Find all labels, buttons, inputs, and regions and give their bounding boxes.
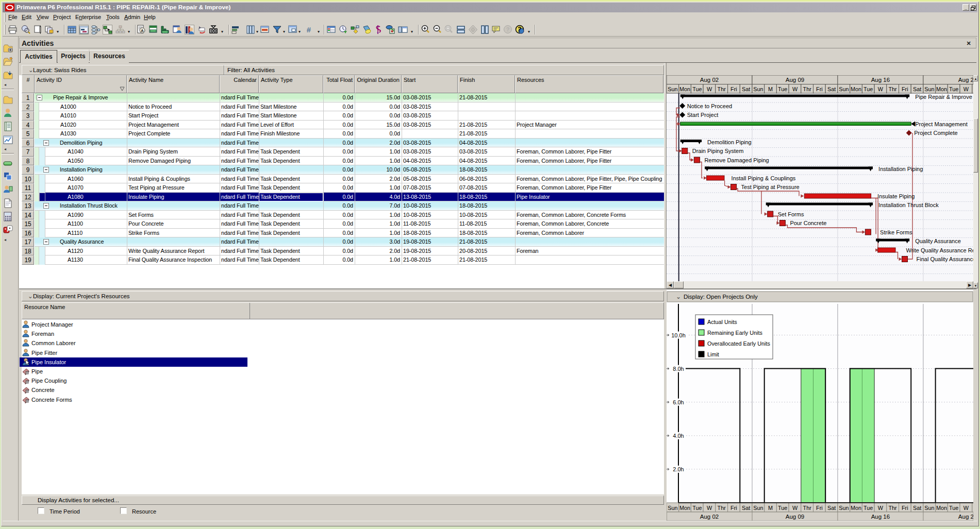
svg-text:W: W [707,86,712,92]
svg-text:W: W [878,86,884,92]
svg-text:Aug 2: Aug 2 [958,77,973,83]
svg-text:Insulate Piping: Insulate Piping [877,193,915,199]
svg-text:Tue: Tue [778,86,787,92]
svg-text:W: W [964,505,969,511]
svg-text:Sat: Sat [827,505,836,511]
svg-text:R: R [26,399,28,402]
svg-text:4.0h: 4.0h [673,433,684,439]
svg-text:Final Quality Assurance I: Final Quality Assurance I [917,256,974,262]
svg-text:10.0h: 10.0h [671,332,686,338]
svg-text:Sat: Sat [742,505,750,511]
svg-text:Aug 16: Aug 16 [871,514,890,520]
svg-text:Tue: Tue [949,505,958,511]
svg-text:W: W [964,86,969,92]
svg-text:Thr: Thr [718,86,726,92]
svg-text:?: ? [518,26,521,33]
svg-text:Set Forms: Set Forms [778,211,804,217]
svg-text:Tue: Tue [778,505,787,511]
svg-text:Mon: Mon [936,86,947,92]
svg-text:Sun: Sun [753,505,763,511]
svg-text:Mon: Mon [851,86,861,92]
svg-text:R: R [26,390,28,393]
svg-text:Project Management: Project Management [915,121,968,127]
svg-text:Tue: Tue [863,86,873,92]
svg-text:Fri: Fri [816,505,823,511]
svg-text:Tue: Tue [949,86,958,92]
svg-text:Demolition Piping: Demolition Piping [707,139,752,145]
svg-text:Tue: Tue [692,505,702,511]
svg-text:Start Project: Start Project [687,112,719,118]
svg-text:Sun: Sun [924,505,934,511]
svg-text:Install Piping & Couplings: Install Piping & Couplings [732,175,796,181]
svg-text:Strike Forms: Strike Forms [880,229,912,235]
svg-text:W: W [878,505,884,511]
svg-text:Mon: Mon [936,505,947,511]
svg-text:Sun: Sun [839,86,849,92]
svg-text:Tue: Tue [692,86,702,92]
svg-text:W: W [792,505,798,511]
svg-text:Sat: Sat [827,86,836,92]
svg-text:R: R [26,380,28,383]
svg-text:Aug 09: Aug 09 [786,77,804,83]
svg-text:Sun: Sun [668,505,677,511]
svg-text:Thr: Thr [888,86,897,92]
svg-text:Fri: Fri [816,86,823,92]
svg-text:Mon: Mon [679,505,690,511]
svg-text:Installation Piping: Installation Piping [878,166,923,172]
svg-text:Fri: Fri [730,505,737,511]
svg-text:Sat: Sat [913,86,921,92]
svg-text:Aug 09: Aug 09 [786,514,804,520]
svg-text:⌄: ⌄ [676,293,681,300]
svg-text:?: ? [506,26,510,32]
svg-text:Thr: Thr [803,86,812,92]
svg-text:Aug 02: Aug 02 [700,514,719,520]
svg-text:Actual Units: Actual Units [707,319,737,325]
svg-text:Mon: Mon [851,505,861,511]
svg-text:Limit: Limit [707,351,719,357]
svg-text:Thr: Thr [718,505,726,511]
svg-text:Test Piping at Pressure: Test Piping at Pressure [741,184,800,190]
svg-text:Remove Damaged Piping: Remove Damaged Piping [704,157,769,163]
svg-text:Sat: Sat [742,86,750,92]
svg-text:M: M [768,86,773,92]
svg-text:Notice to Proceed: Notice to Proceed [687,103,732,109]
svg-text:Thr: Thr [803,505,812,511]
svg-text:Remaining Early Units: Remaining Early Units [707,330,762,336]
svg-text:Fri: Fri [902,505,908,511]
svg-text:R: R [26,371,28,374]
svg-text:Sun: Sun [668,86,677,92]
svg-text:W: W [707,505,712,511]
svg-text:Drain Piping System: Drain Piping System [692,148,744,154]
svg-text:Aug 16: Aug 16 [871,77,890,83]
svg-text:Overallocated Early Units: Overallocated Early Units [707,340,770,347]
svg-text:6.0h: 6.0h [673,399,684,405]
svg-text:Fri: Fri [730,86,737,92]
svg-text:Sun: Sun [753,86,763,92]
svg-text:Write Quality Assurance Repo: Write Quality Assurance Repo [906,247,974,253]
svg-text:Tue: Tue [863,505,873,511]
svg-text:2.0h: 2.0h [673,466,684,472]
svg-text:Installation Thrust Block: Installation Thrust Block [878,202,939,208]
svg-text:#: # [307,25,311,34]
svg-text:Sun: Sun [839,505,849,511]
svg-text:Display: Open Projects Only: Display: Open Projects Only [684,294,758,300]
svg-text:Thr: Thr [888,505,897,511]
svg-text:A: A [141,28,144,33]
svg-text:Pipe Repair & Improve: Pipe Repair & Improve [915,94,972,100]
svg-text:Aug 2: Aug 2 [958,514,973,520]
svg-text:Fri: Fri [902,86,908,92]
svg-text:8.0h: 8.0h [673,366,684,372]
svg-text:Mon: Mon [679,86,690,92]
svg-text:Aug 02: Aug 02 [700,77,719,83]
svg-text:W: W [792,86,798,92]
svg-text:Quality Assurance: Quality Assurance [915,238,961,244]
svg-text:Pour Concrete: Pour Concrete [790,220,826,226]
svg-text:Project Complete: Project Complete [914,130,957,136]
svg-text:Sat: Sat [913,505,921,511]
svg-text:M: M [768,505,773,511]
svg-text:Sun: Sun [924,86,934,92]
